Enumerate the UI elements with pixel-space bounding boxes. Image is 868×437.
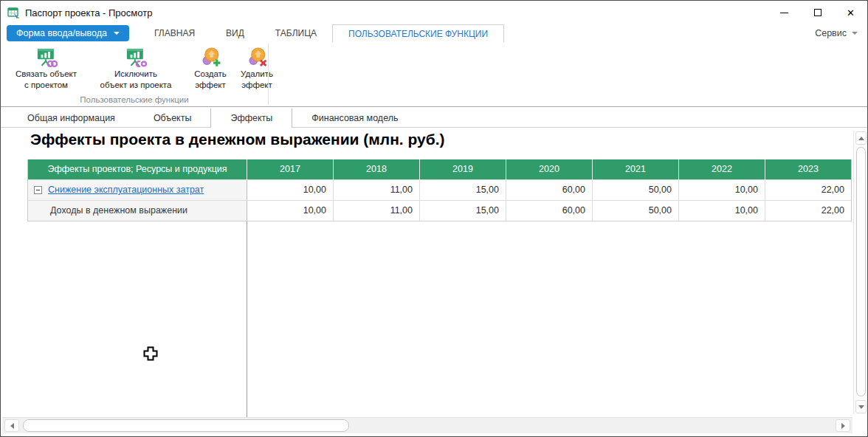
maximize-button[interactable] xyxy=(801,1,834,24)
page-tab-label: Объекты xyxy=(154,113,192,123)
link-object-to-project-icon xyxy=(35,47,58,69)
ribbon-body: Связать объект с проектом Исключить xyxy=(1,42,867,107)
table-header-row: Эффекты проектов; Ресурсы и продукция 20… xyxy=(28,159,852,179)
page-tab-strip: Общая информация Объекты Эффекты Финансо… xyxy=(1,109,867,128)
tab-obekty[interactable]: Объекты xyxy=(134,109,211,127)
header-cell-year[interactable]: 2019 xyxy=(420,159,506,179)
value-cell[interactable]: 10,00 xyxy=(679,200,765,221)
tab-finansovaya-model[interactable]: Финансовая модель xyxy=(292,109,417,127)
value-cell[interactable]: 15,00 xyxy=(420,179,506,200)
titlebar: Паспорт проекта - Просмотр ✕ xyxy=(1,1,867,24)
minimize-button[interactable] xyxy=(768,1,801,24)
content-area: Эффекты проекта в денежном выражении (мл… xyxy=(1,128,867,436)
ribbon-tab-user-functions[interactable]: ПОЛЬЗОВАТЕЛЬСКИЕ ФУНКЦИИ xyxy=(332,24,504,42)
value-cell[interactable]: 60,00 xyxy=(506,179,593,200)
form-io-menu-button[interactable]: Форма ввода/вывода xyxy=(7,25,129,41)
row-label-cell: Доходы в денежном выражении xyxy=(28,200,247,221)
create-effect-button[interactable]: Создать эффект xyxy=(189,45,232,90)
header-cell-year[interactable]: 2022 xyxy=(679,159,765,179)
ribbon-tab-glavnaya[interactable]: ГЛАВНАЯ xyxy=(139,24,210,42)
tab-effekty[interactable]: Эффекты xyxy=(210,109,292,128)
value-cell[interactable]: 10,00 xyxy=(247,179,334,200)
ribbon-group-caption: Пользовательские функции xyxy=(1,95,268,104)
form-io-menu-label: Форма ввода/вывода xyxy=(16,28,107,38)
button-label-line: Связать объект xyxy=(16,69,77,80)
header-cell-year[interactable]: 2023 xyxy=(765,159,852,179)
link-object-button[interactable]: Связать объект с проектом xyxy=(8,45,84,90)
delete-effect-icon xyxy=(246,47,268,69)
ribbon-tab-strip: Форма ввода/вывода ГЛАВНАЯ ВИД ТАБЛИЦА П… xyxy=(1,24,867,42)
button-label-line: эффект xyxy=(195,80,226,91)
unlink-object-from-project-icon xyxy=(125,47,147,69)
create-effect-icon xyxy=(199,47,221,69)
app-window: Паспорт проекта - Просмотр ✕ Форма ввода… xyxy=(0,0,868,437)
table-row: Снижение эксплуатационных затрат 10,00 1… xyxy=(28,179,852,200)
header-cell-year[interactable]: 2020 xyxy=(506,159,593,179)
button-label-line: Создать xyxy=(194,69,227,80)
scroll-down-button[interactable] xyxy=(855,400,867,413)
ribbon-group-separator xyxy=(268,44,269,105)
arrow-up-icon xyxy=(858,137,864,140)
vertical-scrollbar-thumb[interactable] xyxy=(856,147,866,396)
header-cell-year[interactable]: 2018 xyxy=(334,159,420,179)
minimize-icon xyxy=(780,13,788,13)
value-cell[interactable]: 10,00 xyxy=(679,179,765,200)
header-cell-year[interactable]: 2017 xyxy=(247,159,334,179)
table-row: Доходы в денежном выражении 10,00 11,00 … xyxy=(28,200,852,221)
window-controls: ✕ xyxy=(768,1,867,24)
page-tab-label: Финансовая модель xyxy=(311,113,398,123)
ribbon-tab-label: ПОЛЬЗОВАТЕЛЬСКИЕ ФУНКЦИИ xyxy=(348,29,488,39)
service-menu[interactable]: Сервис xyxy=(815,24,858,42)
ribbon-tab-label: ТАБЛИЦА xyxy=(275,28,317,38)
value-cell[interactable]: 60,00 xyxy=(506,200,593,221)
tab-obshchaya-informatsiya[interactable]: Общая информация xyxy=(8,109,134,127)
effect-group-link[interactable]: Снижение эксплуатационных затрат xyxy=(48,185,204,195)
frozen-pane-divider xyxy=(247,221,247,417)
ribbon-tab-tablitsa[interactable]: ТАБЛИЦА xyxy=(260,24,332,42)
ribbon-tab-label: ВИД xyxy=(226,28,244,38)
collapse-expander-icon[interactable] xyxy=(34,186,42,194)
scroll-up-button[interactable] xyxy=(855,131,867,145)
ribbon-tab-label: ГЛАВНАЯ xyxy=(154,28,195,38)
effects-table: Эффекты проектов; Ресурсы и продукция 20… xyxy=(27,159,852,221)
scroll-right-button[interactable] xyxy=(836,419,850,432)
value-cell[interactable]: 50,00 xyxy=(593,200,679,221)
value-cell[interactable]: 50,00 xyxy=(593,179,679,200)
value-cell[interactable]: 10,00 xyxy=(247,200,334,221)
exclude-object-button[interactable]: Исключить объект из проекта xyxy=(84,45,187,90)
chevron-down-icon xyxy=(114,32,120,35)
value-cell[interactable]: 11,00 xyxy=(334,200,420,221)
vertical-scrollbar[interactable] xyxy=(853,131,868,414)
delete-effect-button[interactable]: Удалить эффект xyxy=(235,45,279,90)
child-row-label: Доходы в денежном выражении xyxy=(34,205,187,216)
value-cell[interactable]: 11,00 xyxy=(334,179,420,200)
page-title: Эффекты проекта в денежном выражении (мл… xyxy=(30,131,445,148)
button-label-line: с проектом xyxy=(24,80,68,91)
app-table-icon xyxy=(7,7,20,19)
header-cell-label[interactable]: Эффекты проектов; Ресурсы и продукция xyxy=(28,159,247,179)
chevron-down-icon xyxy=(852,32,858,35)
button-label-line: объект из проекта xyxy=(100,80,172,91)
arrow-right-icon xyxy=(841,423,845,429)
horizontal-scrollbar-thumb[interactable] xyxy=(23,419,349,432)
window-title: Паспорт проекта - Просмотр xyxy=(25,7,152,18)
close-button[interactable]: ✕ xyxy=(834,1,867,24)
maximize-icon xyxy=(814,9,822,16)
scroll-left-button[interactable] xyxy=(4,419,19,432)
value-cell[interactable]: 22,00 xyxy=(765,179,852,200)
page-tab-label: Общая информация xyxy=(27,113,115,123)
arrow-down-icon xyxy=(858,405,864,409)
header-cell-year[interactable]: 2021 xyxy=(593,159,679,179)
page-tab-label: Эффекты xyxy=(230,113,272,123)
value-cell[interactable]: 15,00 xyxy=(420,200,506,221)
service-label: Сервис xyxy=(815,28,847,38)
arrow-left-icon xyxy=(10,423,14,429)
horizontal-scrollbar[interactable] xyxy=(2,417,852,433)
value-cell[interactable]: 22,00 xyxy=(765,200,852,221)
ribbon-button-group: Связать объект с проектом Исключить xyxy=(8,45,279,90)
close-icon: ✕ xyxy=(847,8,855,18)
button-label-line: Исключить xyxy=(114,69,157,80)
row-label-cell: Снижение эксплуатационных затрат xyxy=(28,179,247,200)
ribbon-tab-vid[interactable]: ВИД xyxy=(210,24,260,42)
